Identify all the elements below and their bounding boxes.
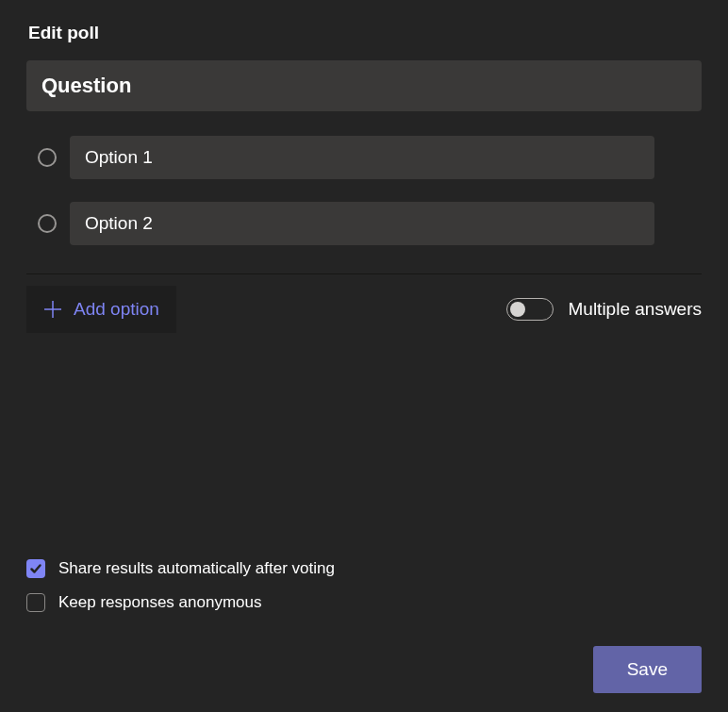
anonymous-label: Keep responses anonymous	[58, 593, 261, 612]
multiple-answers-toggle[interactable]	[506, 298, 554, 321]
check-icon	[29, 562, 42, 575]
multiple-answers-control: Multiple answers	[506, 298, 703, 321]
page-title: Edit poll	[28, 23, 702, 43]
share-results-row: Share results automatically after voting	[26, 559, 702, 578]
add-option-button[interactable]: Add option	[26, 286, 176, 333]
option-row	[26, 136, 702, 179]
share-results-label: Share results automatically after voting	[58, 559, 335, 578]
share-results-checkbox[interactable]	[26, 559, 45, 578]
anonymous-checkbox[interactable]	[26, 593, 45, 612]
save-button[interactable]: Save	[593, 646, 702, 693]
controls-row: Add option Multiple answers	[26, 273, 702, 333]
option-2-input[interactable]	[70, 202, 654, 245]
question-input[interactable]	[26, 60, 702, 111]
radio-icon	[38, 214, 57, 233]
anonymous-row: Keep responses anonymous	[26, 593, 702, 612]
plus-icon	[43, 300, 62, 319]
add-option-label: Add option	[74, 299, 159, 320]
option-row	[26, 202, 702, 245]
radio-icon	[38, 148, 57, 167]
option-1-input[interactable]	[70, 136, 654, 179]
footer: Save	[26, 646, 702, 693]
toggle-knob-icon	[510, 302, 525, 317]
multiple-answers-label: Multiple answers	[569, 299, 703, 320]
